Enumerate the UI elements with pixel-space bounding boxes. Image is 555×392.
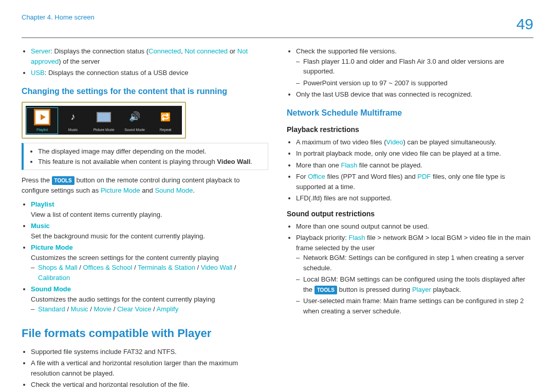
play-icon <box>34 109 50 125</box>
speaker-icon: 🔊 <box>126 109 143 125</box>
heading-network-schedule: Network Schedule Multiframe <box>287 107 533 119</box>
pr-1: A maximum of two video files (Video) can… <box>296 137 533 147</box>
r-dash-ppt: PowerPoint version up to 97 ~ 2007 is su… <box>303 78 533 88</box>
sr-net-bgm: Network BGM: Settings can be configured … <box>303 253 533 273</box>
heading-playback-restrictions: Playback restrictions <box>287 124 533 135</box>
pr-3: More than one Flash file cannot be playe… <box>296 160 533 171</box>
page-number: 49 <box>516 12 533 35</box>
repeat-icon: 🔁 <box>157 109 174 125</box>
heading-sound-restrictions: Sound output restrictions <box>287 209 533 219</box>
note-line-1: The displayed image may differ depending… <box>38 146 263 157</box>
r-bullet-usb: Only the last USB device that was connec… <box>296 89 533 100</box>
right-column: Check the supported file versions. Flash… <box>287 46 533 392</box>
tools-pill: TOOLS <box>52 176 75 185</box>
figure-item-music: ♪ Music <box>59 109 87 133</box>
ff-bullet-2: A file with a vertical and horizontal re… <box>31 358 268 378</box>
sr-2: Playback priority: Flash file > network … <box>296 233 533 316</box>
r-bullet-versions: Check the supported file versions. Flash… <box>296 46 533 88</box>
tools-pill-2: TOOLS <box>314 286 337 294</box>
label-usb: USB <box>31 69 45 77</box>
label-server: Server <box>31 47 50 55</box>
sound-mode-options: Standard / Music / Movie / Clear Voice /… <box>38 304 268 314</box>
opt-playlist: Playlist View a list of content items cu… <box>31 199 268 219</box>
r-dash-flash: Flash player 11.0 and older and Flash Ai… <box>303 57 533 77</box>
page-header: Chapter 4. Home screen 49 <box>0 0 555 38</box>
heading-changing-settings: Changing the settings for the content th… <box>22 85 268 98</box>
note-line-2: This feature is not available when conte… <box>38 157 263 167</box>
heading-file-formats: File formats compatible with Player <box>22 325 268 342</box>
figure-item-sound: 🔊 Sound Mode <box>120 109 149 133</box>
bullet-usb: USB: Displays the connection status of a… <box>31 68 268 78</box>
figure-item-repeat: 🔁 Repeat <box>151 109 180 133</box>
sr-1: More than one sound output cannot be use… <box>296 221 533 232</box>
tv-icon <box>96 109 112 125</box>
pr-5: LFD(.lfd) files are not supported. <box>296 193 533 203</box>
opt-music: Music Set the background music for the c… <box>31 221 268 241</box>
ff-bullet-3: Check the vertical and horizontal resolu… <box>31 380 268 390</box>
music-note-icon: ♪ <box>65 109 81 125</box>
opt-sound-mode: Sound Mode Customizes the audio settings… <box>31 284 268 314</box>
sr-main-frame: User-selected main frame: Main frame set… <box>303 296 533 316</box>
label-video-wall: Video Wall <box>217 158 250 165</box>
ff-bullet-1: Supported file systems include FAT32 and… <box>31 347 268 357</box>
note-box: The displayed image may differ depending… <box>22 143 268 170</box>
figure-item-playlist: Playlist <box>28 109 57 133</box>
press-paragraph: Press the TOOLS button on the remote con… <box>22 175 268 195</box>
figure-item-picture: Picture Mode <box>89 109 118 133</box>
sr-local-bgm: Local BGM: BGM settings can be configure… <box>303 274 533 294</box>
bullet-server: Server: Displays the connection status (… <box>31 46 268 66</box>
left-column: Server: Displays the connection status (… <box>22 46 268 392</box>
breadcrumb[interactable]: Chapter 4. Home screen <box>22 12 95 23</box>
pr-4: For Office files (PPT and Word files) an… <box>296 172 533 192</box>
pr-2: In portrait playback mode, only one vide… <box>296 148 533 159</box>
settings-bar-figure: Playlist ♪ Music Picture Mode 🔊 Sound Mo… <box>22 102 186 139</box>
picture-mode-options: Shops & Mall / Offices & School / Termin… <box>38 263 268 283</box>
opt-picture-mode: Picture Mode Customizes the screen setti… <box>31 242 268 283</box>
header-rule <box>22 38 533 38</box>
